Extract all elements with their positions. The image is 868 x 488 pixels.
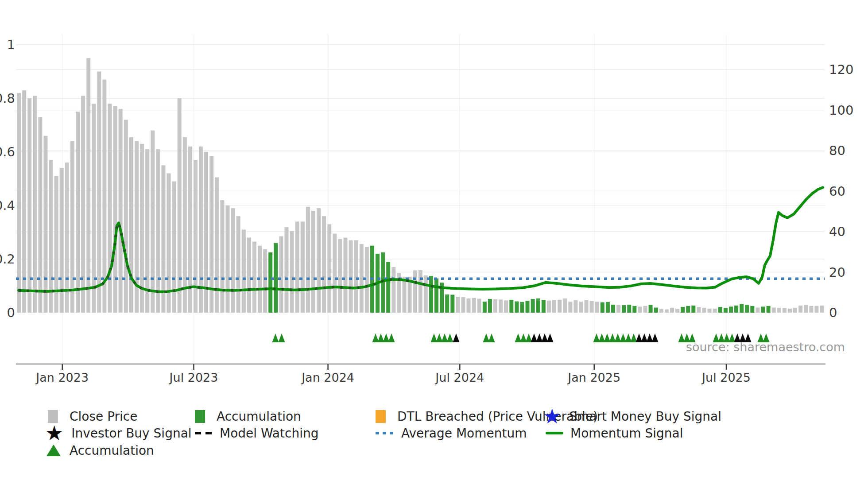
close-price-bar xyxy=(772,308,776,313)
investor-buy-triangle-marker xyxy=(547,333,554,342)
close-price-bar xyxy=(242,230,246,313)
legend-item-average-momentum: Average Momentum xyxy=(376,424,527,442)
close-price-bar xyxy=(113,106,117,313)
close-price-bar xyxy=(354,240,358,313)
black-dash-icon xyxy=(195,432,212,434)
right-axis-tick-label: 20 xyxy=(829,265,845,280)
accumulation-bar xyxy=(649,305,653,313)
close-price-bar xyxy=(344,238,348,313)
blue-dotted-line-icon xyxy=(376,432,395,434)
close-price-bar xyxy=(349,240,353,313)
left-axis-labels: 00.20.40.60.81 xyxy=(0,37,15,320)
accumulation-bar xyxy=(622,305,626,313)
close-price-bar xyxy=(33,96,37,313)
accumulation-bar xyxy=(445,294,449,313)
close-price-bar xyxy=(231,208,235,313)
close-price-bar xyxy=(119,109,123,313)
accumulation-triangle-marker xyxy=(272,333,279,342)
close-price-bar xyxy=(665,310,669,313)
accumulation-bar xyxy=(268,252,272,313)
close-price-bar xyxy=(403,277,407,313)
accumulation-bar xyxy=(632,306,636,313)
legend-item-investor-buy-signal: ★ Investor Buy Signal xyxy=(48,424,192,442)
left-axis-tick-label: 0.2 xyxy=(0,252,15,267)
legend-label: Close Price xyxy=(70,409,137,424)
accumulation-bar xyxy=(531,299,535,313)
left-axis-tick-label: 0.4 xyxy=(0,198,15,213)
accumulation-bar xyxy=(606,302,610,313)
investor-buy-triangle-marker xyxy=(542,333,548,342)
accumulation-bar xyxy=(691,306,695,313)
close-price-bar xyxy=(92,104,96,313)
close-price-bar xyxy=(809,306,813,313)
close-price-bar xyxy=(44,136,48,313)
accumulation-bar xyxy=(515,302,519,313)
accumulation-triangle-marker xyxy=(431,333,438,342)
close-price-bar xyxy=(418,270,422,313)
close-price-bar xyxy=(424,275,428,313)
blue-star-icon: ★ xyxy=(543,410,561,423)
black-star-icon: ★ xyxy=(45,427,63,440)
close-price-bar xyxy=(365,247,369,313)
right-axis-tick-label: 40 xyxy=(829,224,845,239)
legend-item-accumulation-triangle: Accumulation xyxy=(48,442,154,459)
close-price-bar xyxy=(151,131,155,313)
accumulation-bar xyxy=(601,302,604,313)
close-price-bar xyxy=(295,221,299,313)
legend-label: Smart Money Buy Signal xyxy=(569,409,721,424)
close-price-bar xyxy=(697,307,701,313)
accumulation-triangle-marker xyxy=(609,333,616,342)
close-price-bar xyxy=(820,306,824,313)
close-price-bar xyxy=(563,298,567,313)
investor-buy-triangle-marker xyxy=(652,333,659,342)
legend-label: Average Momentum xyxy=(401,426,527,441)
close-price-bar xyxy=(456,297,460,313)
accumulation-bar xyxy=(526,301,530,313)
accumulation-bar xyxy=(654,308,658,313)
close-price-bar xyxy=(81,96,85,313)
close-price-bar xyxy=(215,178,219,313)
x-tick-label: Jan 2023 xyxy=(35,371,89,384)
close-price-bar xyxy=(311,211,315,313)
close-price-bar xyxy=(477,299,481,313)
accumulation-bar xyxy=(429,276,433,313)
accumulation-triangle-marker xyxy=(436,333,443,342)
close-price-bar xyxy=(317,208,321,313)
accumulation-triangle-marker xyxy=(279,333,285,342)
close-price-bar xyxy=(493,299,497,313)
investor-buy-triangle-marker xyxy=(636,333,643,342)
accumulation-triangle-marker xyxy=(483,333,490,342)
close-price-bar xyxy=(322,216,326,313)
right-axis-tick-label: 80 xyxy=(829,143,845,158)
right-axis-tick-label: 120 xyxy=(829,62,853,77)
investor-buy-triangle-marker xyxy=(641,333,648,342)
accumulation-triangle-marker xyxy=(488,333,495,342)
close-price-bar xyxy=(574,300,577,313)
legend-label: Accumulation xyxy=(217,409,301,424)
close-price-bar xyxy=(360,244,364,313)
accumulation-bar xyxy=(509,300,513,313)
legend-label: Model Watching xyxy=(220,426,318,441)
accumulation-triangle-marker xyxy=(442,333,448,342)
accumulation-bar xyxy=(450,295,454,313)
chart-page: Jan 2023Jul 2023Jan 2024Jul 2024Jan 2025… xyxy=(0,0,868,488)
close-price-bar xyxy=(285,227,289,313)
close-price-bar xyxy=(467,298,471,313)
legend-item-accumulation-bar: Accumulation xyxy=(195,407,301,425)
close-price-bar xyxy=(226,205,230,313)
accumulation-triangle-marker xyxy=(599,333,605,342)
left-axis-tick-label: 0.8 xyxy=(0,91,15,106)
investor-buy-triangle-marker xyxy=(531,333,538,342)
close-price-bar xyxy=(783,308,787,313)
investor-buy-triangle-marker xyxy=(453,333,460,342)
accumulation-triangle-marker xyxy=(678,333,685,342)
accumulation-bar xyxy=(745,305,749,313)
accumulation-triangle-marker xyxy=(388,333,395,342)
accumulation-bar xyxy=(434,279,438,313)
close-price-bar xyxy=(38,117,42,313)
close-price-bar xyxy=(585,300,589,313)
accumulation-bar xyxy=(761,306,765,313)
close-price-bar xyxy=(558,300,562,313)
close-price-bar xyxy=(338,239,342,313)
close-price-bar xyxy=(263,249,267,313)
